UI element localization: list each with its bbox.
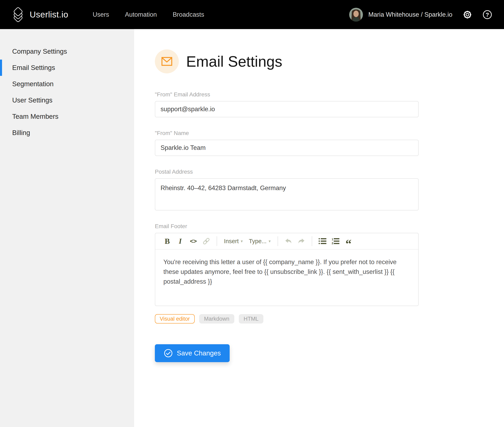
insert-dropdown[interactable]: Insert ▾	[222, 238, 244, 245]
redo-button[interactable]	[296, 236, 307, 246]
sidebar-item-user-settings[interactable]: User Settings	[0, 92, 134, 108]
bold-button[interactable]: B	[162, 236, 172, 246]
link-icon	[202, 237, 210, 245]
toolbar-divider	[278, 236, 278, 246]
brand-name: Userlist.io	[30, 10, 68, 20]
chevron-down-icon: ▾	[241, 239, 243, 244]
tab-html[interactable]: HTML	[239, 314, 263, 323]
settings-sidebar: Company Settings Email Settings Segmenta…	[0, 29, 134, 427]
layers-logo-icon	[12, 6, 24, 23]
postal-address-label: Postal Address	[155, 168, 419, 175]
chevron-down-icon: ▾	[269, 239, 271, 244]
help-icon[interactable]: ?	[482, 10, 492, 20]
sidebar-item-company-settings[interactable]: Company Settings	[0, 43, 134, 60]
avatar[interactable]	[349, 8, 363, 22]
numbered-list-icon: 1 2	[332, 238, 339, 244]
from-name-label: "From" Name	[155, 130, 419, 137]
undo-icon	[285, 238, 292, 245]
redo-icon	[298, 238, 305, 245]
code-button[interactable]: <>	[188, 236, 198, 246]
settings-gear-icon[interactable]	[463, 10, 472, 20]
page-heading: Email Settings	[155, 49, 419, 73]
from-email-label: "From" Email Address	[155, 91, 419, 98]
from-email-input[interactable]	[155, 101, 419, 117]
italic-button[interactable]: I	[175, 236, 185, 246]
from-name-field-group: "From" Name	[155, 130, 419, 156]
undo-button[interactable]	[283, 236, 293, 246]
sidebar-item-email-settings[interactable]: Email Settings	[0, 60, 134, 76]
email-footer-editor-content[interactable]: You're receiving this letter a user of {…	[155, 250, 418, 306]
email-footer-field-group: Email Footer B I <>	[155, 223, 419, 323]
svg-text:2: 2	[332, 242, 333, 244]
toolbar-divider	[312, 236, 312, 246]
postal-address-field-group: Postal Address Rheinstr. 40–42, 64283 Da…	[155, 168, 419, 210]
brand-logo[interactable]: Userlist.io	[12, 6, 68, 23]
nav-item-automation[interactable]: Automation	[125, 11, 157, 18]
sidebar-item-billing[interactable]: Billing	[0, 125, 134, 141]
sidebar-item-segmentation[interactable]: Segmentation	[0, 76, 134, 92]
from-email-field-group: "From" Email Address	[155, 91, 419, 117]
svg-text:?: ?	[486, 12, 489, 18]
top-navbar: Userlist.io Users Automation Broadcasts …	[0, 0, 504, 29]
tab-markdown[interactable]: Markdown	[199, 314, 234, 323]
save-changes-button[interactable]: Save Changes	[155, 344, 230, 362]
nav-item-users[interactable]: Users	[93, 11, 109, 18]
bullet-list-button[interactable]	[317, 236, 328, 246]
main-nav: Users Automation Broadcasts	[93, 11, 204, 18]
svg-text:1: 1	[332, 238, 333, 241]
tab-visual-editor[interactable]: Visual editor	[155, 314, 195, 323]
email-footer-label: Email Footer	[155, 223, 419, 229]
editor-mode-tabs: Visual editor Markdown HTML	[155, 314, 419, 323]
sidebar-item-team-members[interactable]: Team Members	[0, 108, 134, 125]
email-icon-circle	[155, 49, 179, 73]
rich-text-editor: B I <>	[155, 233, 419, 306]
blockquote-button[interactable]: “	[343, 236, 354, 246]
nav-item-broadcasts[interactable]: Broadcasts	[173, 11, 204, 18]
bullet-list-icon	[319, 238, 326, 244]
main-panel: Email Settings "From" Email Address "Fro…	[134, 29, 504, 427]
page-title: Email Settings	[186, 53, 282, 70]
editor-toolbar: B I <>	[155, 233, 418, 250]
user-name[interactable]: Maria Whitehouse / Sparkle.io	[368, 11, 452, 18]
postal-address-textarea[interactable]: Rheinstr. 40–42, 64283 Darmstadt, German…	[155, 178, 419, 210]
save-changes-label: Save Changes	[177, 349, 221, 357]
envelope-icon	[161, 57, 172, 66]
type-dropdown[interactable]: Type... ▾	[247, 238, 272, 245]
from-name-input[interactable]	[155, 140, 419, 156]
check-circle-icon	[164, 349, 173, 358]
numbered-list-button[interactable]: 1 2	[331, 236, 341, 246]
link-button[interactable]	[201, 236, 211, 246]
page-body: Company Settings Email Settings Segmenta…	[0, 29, 504, 427]
header-right: Maria Whitehouse / Sparkle.io ?	[349, 8, 492, 22]
toolbar-divider	[217, 236, 217, 246]
